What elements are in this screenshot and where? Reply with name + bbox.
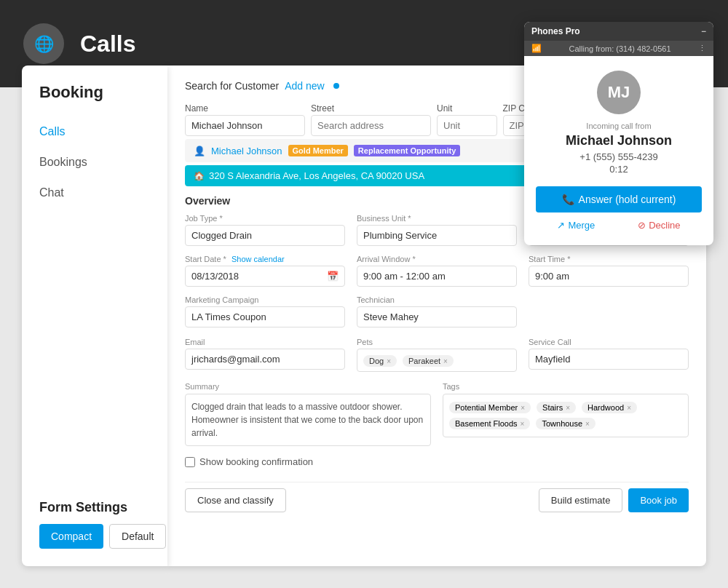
phone-title: Phones Pro [531,26,580,36]
business-unit-value[interactable]: Plumbing Service [357,225,517,246]
pet-tag-parakeet[interactable]: Parakeet × [403,355,454,367]
minimize-icon[interactable]: − [701,26,706,36]
service-call-value[interactable]: Mayfield [529,349,689,370]
tag-hardwood-remove[interactable]: × [627,404,631,412]
summary-text[interactable]: Clogged drain that leads to a massive ou… [185,394,431,446]
caller-name: Michael Johnson [536,133,702,148]
service-call-group: Service Call Mayfield [529,338,689,372]
unit-input[interactable] [437,115,497,136]
footer-buttons: Close and classify Build estimate Book j… [185,482,689,512]
menu-dots-icon[interactable]: ⋮ [698,44,706,53]
show-calendar-link[interactable]: Show calendar [232,255,285,263]
sidebar-item-calls[interactable]: Calls [22,116,167,147]
tag-stairs[interactable]: Stairs × [537,402,576,413]
pets-value: Dog × Parakeet × [357,349,517,372]
summary-group: Summary Clogged drain that leads to a ma… [185,382,431,446]
arrival-window-value[interactable]: 9:00 am - 12:00 am [357,266,517,287]
job-type-group: Job Type * Clogged Drain [185,214,345,246]
caller-phone-number: +1 (555) 555-4239 [536,151,702,162]
sidebar-item-bookings[interactable]: Bookings [22,147,167,178]
customer-name-link[interactable]: Michael Johnson [211,146,282,156]
close-classify-button[interactable]: Close and classify [185,488,286,512]
street-field-group: Street [311,103,431,136]
business-unit-label: Business Unit * [357,214,517,223]
tag-townhouse[interactable]: Townhouse × [536,418,596,429]
service-call-label: Service Call [529,338,689,346]
merge-button[interactable]: ↗ Merge [557,220,595,231]
avatar: MJ [597,71,641,114]
merge-icon: ↗ [557,220,565,231]
add-new-link[interactable]: Add new [285,80,324,92]
name-label: Name [185,103,305,114]
phone-sub-header: 📶 Calling from: (314) 482-0561 ⋮ [524,41,713,56]
calendar-icon: 📅 [327,271,339,282]
decline-button[interactable]: ⊘ Decline [638,220,680,231]
technician-value[interactable]: Steve Mahey [357,306,517,327]
phone-header: Phones Pro − [524,22,713,41]
pets-label: Pets [357,338,517,346]
app-title: Calls [80,31,135,57]
start-date-value[interactable]: 08/13/2018 📅 [185,266,345,287]
compact-button[interactable]: Compact [39,524,103,549]
job-type-label: Job Type * [185,214,345,223]
book-job-button[interactable]: Book job [628,488,689,512]
badge-replacement: Replacement Opportunity [354,145,460,156]
street-label: Street [311,103,431,114]
email-value[interactable]: jrichards@gmail.com [185,349,345,370]
sidebar-nav: Calls Bookings Chat [22,116,167,208]
unit-label: Unit [437,103,497,114]
email-group: Email jrichards@gmail.com [185,338,345,372]
empty-group [529,295,689,327]
start-time-group: Start Time * 9:00 am [529,255,689,287]
sidebar-item-chat[interactable]: Chat [22,178,167,208]
tags-group: Tags Potential Member × Stairs × Hardwoo… [443,382,689,446]
start-time-value[interactable]: 9:00 am [529,266,689,287]
tags-label: Tags [443,382,689,391]
pet-tag-dog[interactable]: Dog × [363,355,397,367]
tag-potential-member[interactable]: Potential Member × [449,402,531,413]
tags-area: Potential Member × Stairs × Hardwood × B… [443,394,689,437]
address-text: 320 S Alexandria Ave, Los Angeles, CA 90… [209,170,424,181]
job-type-value[interactable]: Clogged Drain [185,225,345,246]
name-input[interactable] [185,115,305,136]
summary-label: Summary [185,382,431,391]
technician-label: Technician [357,295,517,304]
tag-basement-floods-remove[interactable]: × [521,420,525,428]
booking-confirmation-checkbox[interactable] [185,457,195,467]
confirmation-row: Show booking confirmation [185,456,689,467]
svg-text:🌐: 🌐 [34,34,55,54]
badge-gold-member: Gold Member [288,145,348,156]
sidebar-title: Booking [22,83,167,116]
confirmation-label: Show booking confirmation [199,456,313,467]
start-date-group: Start Date * Show calendar 08/13/2018 📅 [185,255,345,287]
email-pets-grid: Email jrichards@gmail.com Pets Dog × Par… [185,338,689,372]
tag-basement-floods[interactable]: Basement Floods × [449,418,530,429]
build-estimate-button[interactable]: Build estimate [539,488,623,512]
search-label: Search for Customer [185,80,279,92]
phone-body: MJ Incoming call from Michael Johnson +1… [524,56,713,245]
technician-group: Technician Steve Mahey [357,295,517,327]
answer-button[interactable]: 📞 Answer (hold current) [536,186,702,212]
pet-parakeet-remove-icon[interactable]: × [443,357,448,365]
calling-from-text: Calling from: (314) 482-0561 [569,44,670,53]
tag-townhouse-remove[interactable]: × [585,420,590,428]
call-duration: 0:12 [536,164,702,175]
pet-dog-remove-icon[interactable]: × [387,357,391,365]
street-input[interactable] [311,115,431,136]
tag-stairs-remove[interactable]: × [566,404,570,412]
signal-icon: 📶 [531,44,542,53]
marketing-campaign-value[interactable]: LA Times Coupon [185,306,345,327]
blue-dot [333,83,339,89]
form-settings-title: Form Settings [39,500,150,515]
tag-potential-member-remove[interactable]: × [521,404,525,412]
phone-popup: Phones Pro − 📶 Calling from: (314) 482-0… [524,22,713,245]
summary-tags-area: Summary Clogged drain that leads to a ma… [185,382,689,446]
footer-right-buttons: Build estimate Book job [539,488,689,512]
arrival-window-group: Arrival Window * 9:00 am - 12:00 am [357,255,517,287]
incoming-text: Incoming call from [536,122,702,130]
customer-icon: 👤 [194,146,205,156]
default-button[interactable]: Default [109,524,166,549]
tag-hardwood[interactable]: Hardwood × [582,402,637,413]
pets-group: Pets Dog × Parakeet × [357,338,517,372]
phone-header-right: − [701,26,706,36]
